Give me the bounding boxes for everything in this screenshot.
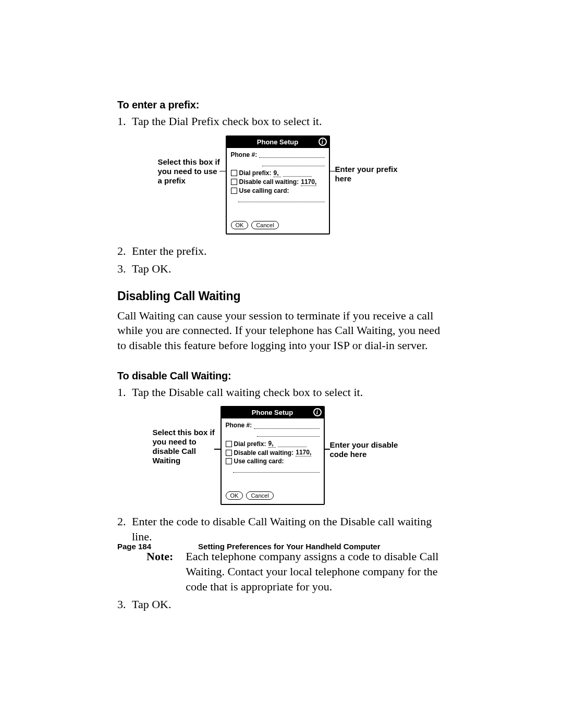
- dial-prefix-value[interactable]: 9,: [268, 440, 276, 448]
- phone-setup-dialog: Phone Setup i Phone #: Dial prefix: 9,: [221, 406, 325, 505]
- calling-card-field[interactable]: [233, 466, 320, 473]
- use-calling-card-checkbox[interactable]: [226, 458, 232, 464]
- info-icon[interactable]: i: [313, 408, 322, 416]
- page: To enter a prefix: 1.Tap the Dial Prefix…: [0, 0, 563, 728]
- step-item: 2.Enter the prefix.: [117, 244, 448, 259]
- use-calling-card-label: Use calling card:: [234, 458, 284, 465]
- ok-button[interactable]: OK: [231, 221, 249, 229]
- step-text: Tap OK.: [132, 262, 171, 275]
- calling-card-field[interactable]: [238, 195, 325, 202]
- step-item: 1.Tap the Dial Prefix check box to selec…: [117, 114, 448, 129]
- disable-steps-list: 1.Tap the Disable call waiting check box…: [117, 385, 448, 400]
- figure-1: Select this box if you need to use a pre…: [117, 135, 448, 235]
- phone-setup-dialog: Phone Setup i Phone #: Dial prefix: 9,: [226, 135, 330, 235]
- prefix-steps-list-cont: 2.Enter the prefix. 3.Tap OK.: [117, 244, 448, 277]
- dialog-title: Phone Setup: [252, 409, 293, 416]
- phone-number-field-2[interactable]: [262, 159, 325, 166]
- dialog-body: Phone #: Dial prefix: 9, Disable call wa…: [227, 148, 329, 202]
- step-text: Tap the Dial Prefix check box to select …: [132, 115, 322, 128]
- phone-number-field[interactable]: [254, 422, 319, 429]
- disable-call-waiting-value[interactable]: 1170,: [301, 178, 316, 186]
- step-item: 2.Enter the code to disable Call Waiting…: [117, 514, 448, 594]
- prefix-steps-list: 1.Tap the Dial Prefix check box to selec…: [117, 114, 448, 129]
- disable-call-waiting-label: Disable call waiting:: [234, 449, 294, 456]
- dialog-title-bar: Phone Setup i: [227, 137, 329, 148]
- dial-prefix-value[interactable]: 9,: [274, 169, 281, 177]
- phone-number-label: Phone #:: [226, 422, 252, 429]
- dialog-title-bar: Phone Setup i: [222, 407, 324, 418]
- use-calling-card-checkbox[interactable]: [231, 188, 237, 194]
- phone-number-label: Phone #:: [231, 151, 258, 158]
- dial-prefix-field[interactable]: [278, 440, 307, 447]
- note: Note: Each telephone company assigns a c…: [132, 549, 448, 594]
- ok-button[interactable]: OK: [226, 491, 243, 500]
- cancel-button[interactable]: Cancel: [246, 491, 273, 500]
- dial-prefix-label: Dial prefix:: [234, 440, 266, 448]
- step-item: 1.Tap the Disable call waiting check box…: [117, 385, 448, 400]
- disable-call-waiting-label: Disable call waiting:: [239, 178, 299, 186]
- info-icon[interactable]: i: [319, 138, 327, 146]
- heading-to-disable: To disable Call Waiting:: [117, 370, 448, 382]
- disable-steps-list-cont: 2.Enter the code to disable Call Waiting…: [117, 514, 448, 612]
- phone-number-field-2[interactable]: [257, 430, 320, 437]
- page-footer: Page 184 Setting Preferences for Your Ha…: [117, 542, 448, 551]
- step-item: 3.Tap OK.: [117, 597, 448, 612]
- call-waiting-intro: Call Waiting can cause your session to t…: [117, 309, 448, 353]
- callout-right: Enter your prefix here: [335, 165, 408, 183]
- heading-disabling-call-waiting: Disabling Call Waiting: [117, 289, 448, 303]
- disable-call-waiting-value[interactable]: 1170,: [296, 449, 311, 456]
- use-calling-card-label: Use calling card:: [239, 187, 289, 194]
- heading-to-enter-prefix: To enter a prefix:: [117, 99, 448, 111]
- callout-left: Select this box if you need to disable C…: [153, 428, 215, 465]
- chapter-title: Setting Preferences for Your Handheld Co…: [198, 542, 381, 551]
- page-number: Page 184: [117, 542, 151, 551]
- disable-call-waiting-checkbox[interactable]: [226, 450, 232, 456]
- step-item: 3.Tap OK.: [117, 262, 448, 277]
- cancel-button[interactable]: Cancel: [251, 221, 278, 229]
- dial-prefix-checkbox[interactable]: [226, 441, 232, 447]
- step-text: Tap the Disable call waiting check box t…: [132, 386, 363, 399]
- dial-prefix-label: Dial prefix:: [239, 169, 272, 177]
- step-text: Enter the code to disable Call Waiting o…: [132, 515, 432, 543]
- figure-2: Select this box if you need to disable C…: [117, 406, 448, 505]
- dial-prefix-checkbox[interactable]: [231, 170, 237, 176]
- dialog-body: Phone #: Dial prefix: 9, Disable call wa…: [222, 418, 324, 473]
- dialog-title: Phone Setup: [257, 138, 298, 146]
- disable-call-waiting-checkbox[interactable]: [231, 179, 237, 185]
- dial-prefix-field[interactable]: [283, 170, 312, 177]
- callout-right: Enter your disable code here: [330, 440, 403, 459]
- phone-number-field[interactable]: [259, 151, 324, 158]
- note-label: Note:: [146, 549, 173, 594]
- step-text: Enter the prefix.: [132, 244, 207, 257]
- callout-left: Select this box if you need to use a pre…: [158, 157, 221, 186]
- note-body: Each telephone company assigns a code to…: [186, 549, 448, 594]
- step-text: Tap OK.: [132, 598, 171, 611]
